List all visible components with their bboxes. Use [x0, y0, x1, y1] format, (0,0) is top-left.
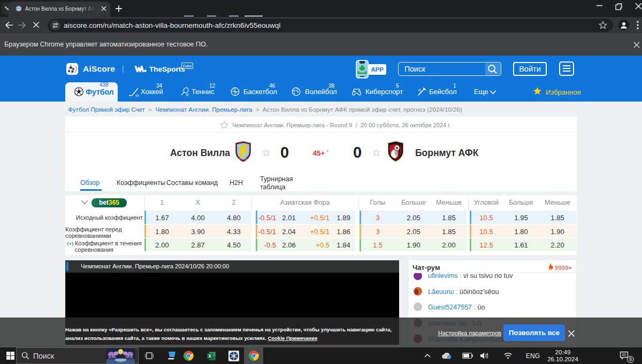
svg-text:ASTON VILLA: ASTON VILLA	[238, 158, 250, 160]
svg-text:X: X	[208, 353, 211, 359]
